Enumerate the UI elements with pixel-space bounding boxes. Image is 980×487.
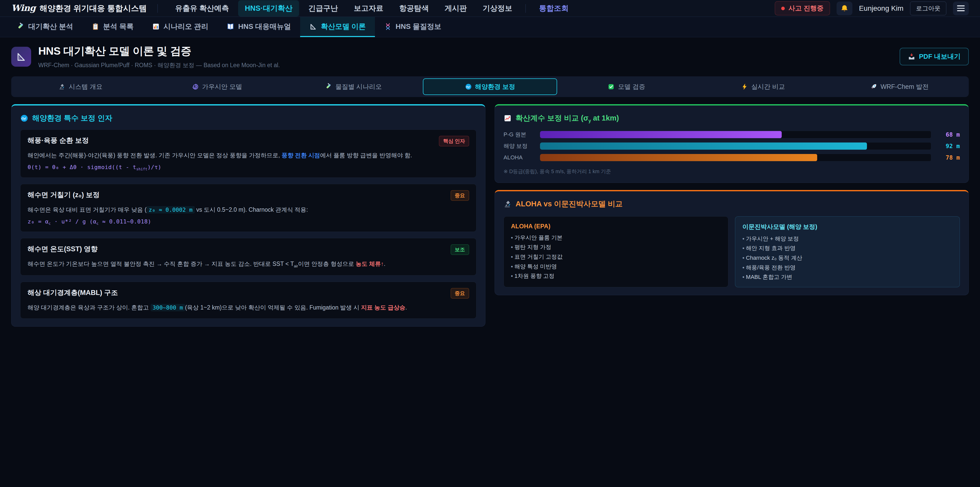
hamburger-icon <box>957 5 965 6</box>
app-logo[interactable]: Wing 해양환경 위기대응 통합시스템 <box>11 3 147 14</box>
section-tab-wrf-chem-evolution[interactable]: WRF-Chem 발전 <box>832 78 967 95</box>
nav-item-weather[interactable]: 기상정보 <box>476 0 519 17</box>
lee-model-box: 이문진박사모델 (해양 보정) 가우시안 + 해양 보정 해안 지형 효과 반영… <box>735 216 960 287</box>
card-title: 해상 대기경계층(MABL) 구조 <box>27 288 118 297</box>
test-tube-icon <box>17 23 24 30</box>
nav-item-board[interactable]: 게시판 <box>438 0 473 17</box>
list-item: Charnock z₀ 동적 계산 <box>742 254 953 262</box>
list-item: 가우시안 + 해양 보정 <box>742 235 953 243</box>
page-subtitle: WRF-Chem · Gaussian Plume/Puff · ROMS · … <box>38 61 280 69</box>
right-column: 확산계수 보정 비교 (σy at 1km) P-G 원본 68 m 해양 보정… <box>495 104 969 295</box>
bar-fill <box>540 142 867 150</box>
panel-header: 확산계수 보정 비교 (σy at 1km) <box>504 113 960 124</box>
section-tab-marine-correction[interactable]: 해양환경 보정 <box>423 78 557 95</box>
list-item: 1차원 풍향 고정 <box>511 273 721 280</box>
list-item: 평탄 지형 가정 <box>511 244 721 251</box>
nav-item-emergency-rescue[interactable]: 긴급구난 <box>302 0 345 17</box>
priority-badge: 중요 <box>451 190 469 201</box>
card-title: 해수면 온도(SST) 영향 <box>27 244 98 254</box>
card-title: 해풍·육풍 순환 보정 <box>27 136 89 145</box>
triangle-ruler-icon <box>309 23 317 30</box>
card-body: 해안에서는 주간(해풍)·야간(육풍) 풍향 전환 발생. 기존 가우시안 모델… <box>27 151 469 160</box>
dispersion-coefficient-chart-panel: 확산계수 보정 비교 (σy at 1km) P-G 원본 68 m 해양 보정… <box>495 104 969 183</box>
panel-header: 해양환경 특수 보정 인자 <box>20 113 476 123</box>
tab-hns-substance-info[interactable]: HNS 물질정보 <box>375 17 450 37</box>
chart-footnote: ※ D등급(중립), 풍속 5 m/s, 풍하거리 1 km 기준 <box>504 168 960 175</box>
list-item: 해양 특성 미반영 <box>511 263 721 270</box>
section-tab-gaussian-model[interactable]: 가우시안 모델 <box>150 78 284 95</box>
microscope-icon <box>59 83 65 90</box>
hamburger-menu-button[interactable] <box>953 2 969 15</box>
bar-label: ALOHA <box>504 154 535 161</box>
card-formula: θ(t) = θ₀ + Δθ · sigmoid((t - tshift)/τ) <box>27 164 469 171</box>
nav-divider <box>525 4 526 13</box>
bar-chart-icon <box>152 23 160 30</box>
chart-increasing-icon <box>504 114 512 122</box>
logout-button[interactable]: 로그아웃 <box>910 2 946 15</box>
logo-title: 해양환경 위기대응 통합시스템 <box>40 3 147 14</box>
logo-wing-mark: Wing <box>11 3 35 13</box>
dna-icon <box>384 23 392 30</box>
comparison-grid: ALOHA (EPA) 가우시안 플룸 기본 평탄 지형 가정 표면 거칠기 고… <box>504 216 960 287</box>
pdf-export-button[interactable]: PDF 내보내기 <box>900 48 969 65</box>
card-mabl-structure: 해상 대기경계층(MABL) 구조 중요 해양 대기경계층은 육상과 구조가 상… <box>20 282 476 319</box>
bar-value: 92 m <box>936 143 960 149</box>
card-sea-surface-roughness: 해수면 거칠기 (z₀) 보정 중요 해수면은 육상 대비 표면 거칠기가 매우… <box>20 184 476 232</box>
card-title: 해수면 거칠기 (z₀) 보정 <box>27 190 100 200</box>
incident-status-badge: 사고 진행중 <box>775 1 830 15</box>
bar-row-marine-corrected: 해양 보정 92 m <box>504 142 960 150</box>
microscope-icon <box>504 200 512 208</box>
card-sst-effect: 해수면 온도(SST) 영향 보조 해수면 온도가 기온보다 높으면 열적 불안… <box>20 238 476 276</box>
section-tab-system-overview[interactable]: 시스템 개요 <box>13 78 148 95</box>
bar-label: 해양 보정 <box>504 142 535 150</box>
nav-item-reports[interactable]: 보고자료 <box>347 0 390 17</box>
list-item: 표면 거칠기 고정값 <box>511 253 721 261</box>
bar-track <box>540 131 931 139</box>
wave-icon <box>20 114 28 122</box>
tab-hns-manual[interactable]: HNS 대응매뉴얼 <box>218 17 300 37</box>
card-body: 해수면은 육상 대비 표면 거칠기가 매우 낮음 (z₀ ≈ 0.0002 m … <box>27 205 469 214</box>
bar-value: 78 m <box>936 154 960 161</box>
bar-fill <box>540 154 817 161</box>
main-content: 해양환경 특수 보정 인자 해풍·육풍 순환 보정 핵심 인자 해안에서는 주간… <box>0 97 980 334</box>
aloha-box-title: ALOHA (EPA) <box>511 223 721 230</box>
main-nav: 유출유 확산예측 HNS·대기확산 긴급구난 보고자료 항공탐색 게시판 기상정… <box>169 0 575 17</box>
lee-box-title: 이문진박사모델 (해양 보정) <box>742 223 953 231</box>
bar-label: P-G 원본 <box>504 131 535 139</box>
status-dot-icon <box>781 6 785 10</box>
priority-badge: 보조 <box>451 244 469 255</box>
nav-item-hns-dispersion[interactable]: HNS·대기확산 <box>238 0 299 17</box>
top-navbar: Wing 해양환경 위기대응 통합시스템 유출유 확산예측 HNS·대기확산 긴… <box>0 0 980 17</box>
wave-icon <box>465 83 472 90</box>
aloha-feature-list: 가우시안 플룸 기본 평탄 지형 가정 표면 거칠기 고정값 해양 특성 미반영… <box>511 234 721 280</box>
tab-model-theory[interactable]: 확산모델 이론 <box>300 17 375 37</box>
open-book-icon <box>227 23 234 30</box>
tab-analysis-list[interactable]: 분석 목록 <box>83 17 143 37</box>
nav-item-aerial-search[interactable]: 항공탐색 <box>393 0 435 17</box>
navbar-right: 사고 진행중 Eunjeong Kim 로그아웃 <box>775 1 969 15</box>
section-tab-substance-scenarios[interactable]: 물질별 시나리오 <box>286 78 421 95</box>
bar-value: 68 m <box>936 131 960 138</box>
priority-badge: 중요 <box>451 288 469 299</box>
card-body: 해양 대기경계층은 육상과 구조가 상이. 혼합고 300~800 m(육상 1… <box>27 303 469 312</box>
section-tab-bar: 시스템 개요 가우시안 모델 물질별 시나리오 해양환경 보정 모델 검증 실시… <box>11 77 969 97</box>
download-tray-icon <box>908 53 915 61</box>
cyclone-icon <box>192 83 199 90</box>
bar-chart: P-G 원본 68 m 해양 보정 92 m ALOHA 78 m <box>504 131 960 161</box>
notifications-button[interactable] <box>837 2 853 15</box>
lee-feature-list: 가우시안 + 해양 보정 해안 지형 효과 반영 Charnock z₀ 동적 … <box>742 235 953 281</box>
clipboard-icon <box>92 23 99 30</box>
nav-item-oil-spill[interactable]: 유출유 확산예측 <box>169 0 235 17</box>
tab-dispersion-analysis[interactable]: 대기확산 분석 <box>8 17 83 37</box>
nav-item-integrated-search[interactable]: 통합조회 <box>532 0 575 17</box>
user-name: Eunjeong Kim <box>859 4 904 13</box>
list-item: 가우시안 플룸 기본 <box>511 234 721 241</box>
page-title-block: HNS 대기확산 모델 이론 및 검증 WRF-Chem · Gaussian … <box>38 44 280 69</box>
list-item: 해안 지형 효과 반영 <box>742 245 953 252</box>
page-header: HNS 대기확산 모델 이론 및 검증 WRF-Chem · Gaussian … <box>0 37 980 77</box>
test-tube-icon <box>325 83 332 90</box>
tab-scenario-management[interactable]: 시나리오 관리 <box>143 17 218 37</box>
section-tab-realtime-comparison[interactable]: 실시간 비교 <box>696 78 830 95</box>
card-formula: z₀ = αc · u*² / g (αc ≈ 0.011~0.018) <box>27 218 469 225</box>
section-tab-model-validation[interactable]: 모델 검증 <box>559 78 694 95</box>
